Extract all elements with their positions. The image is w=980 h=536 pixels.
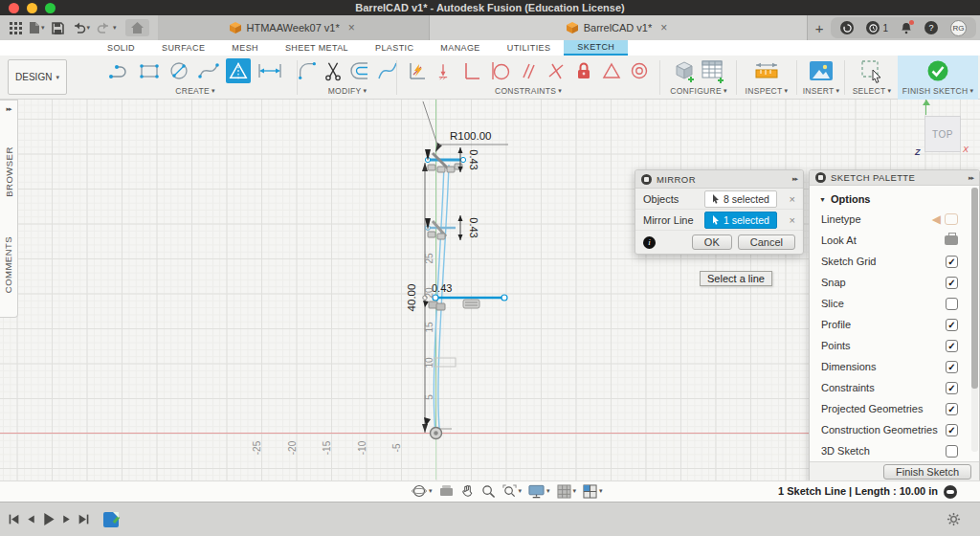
step-back-button[interactable] xyxy=(26,513,36,525)
tab-htmaaweek07[interactable]: HTMAAWeek07 v1* × xyxy=(158,15,430,40)
expand-panel-icon[interactable]: ▸▸ xyxy=(6,105,11,113)
profile-checkbox[interactable] xyxy=(946,319,958,331)
inspect-menu[interactable]: INSPECT ▾ xyxy=(746,86,789,96)
slice-checkbox[interactable] xyxy=(946,298,958,310)
zoom-icon[interactable] xyxy=(481,484,496,499)
finish-sketch-menu[interactable]: FINISH SKETCH ▾ xyxy=(902,86,973,96)
configure-menu[interactable]: CONFIGURE ▾ xyxy=(670,86,727,96)
sketch-grid-checkbox[interactable] xyxy=(946,256,958,268)
circle-tool-icon[interactable] xyxy=(167,59,191,82)
cancel-button[interactable]: Cancel xyxy=(738,234,795,250)
mirror-line-selection-button[interactable]: 1 selected xyxy=(704,212,777,229)
construction-geometries-checkbox[interactable] xyxy=(946,424,958,436)
tab-sheet-metal[interactable]: SHEET METAL xyxy=(272,40,362,56)
look-at-nav-icon[interactable] xyxy=(439,484,454,498)
linetype-centerline-icon[interactable] xyxy=(945,213,958,225)
finish-sketch-button[interactable]: Finish Sketch xyxy=(883,464,971,480)
dialog-pin-icon[interactable]: ▸▸ xyxy=(792,175,797,183)
undo-icon[interactable]: ▾ xyxy=(69,20,93,35)
home-icon[interactable] xyxy=(125,19,149,36)
linetype-construction-icon[interactable]: ◀ xyxy=(932,212,941,226)
tab-barrelcad[interactable]: BarrelCAD v1* × xyxy=(430,15,807,40)
configure-table-icon[interactable] xyxy=(701,58,725,83)
design-workspace-dropdown[interactable]: DESIGN ▾ xyxy=(8,59,67,95)
display-settings-icon[interactable]: ▾ xyxy=(528,484,550,499)
configure-cube-icon[interactable] xyxy=(673,58,696,83)
sketch-canvas[interactable]: 40.00 R100.00 0.43 0.43 xyxy=(0,100,980,502)
constraints-menu[interactable]: CONSTRAINTS ▾ xyxy=(495,86,562,96)
projected-geometries-checkbox[interactable] xyxy=(946,403,958,415)
group-finish-sketch[interactable]: FINISH SKETCH ▾ xyxy=(898,56,978,100)
viewports-icon[interactable]: ▾ xyxy=(583,484,603,499)
perpendicular-constraint-icon[interactable] xyxy=(457,59,482,82)
snap-checkbox[interactable] xyxy=(946,277,958,289)
viewcube[interactable]: TOP xyxy=(924,116,961,152)
save-icon[interactable] xyxy=(50,20,66,36)
info-icon[interactable]: i xyxy=(643,236,656,249)
timeline-settings-gear-icon[interactable] xyxy=(947,512,961,526)
tab-manage[interactable]: MANAGE xyxy=(427,40,493,56)
job-status[interactable]: 1 xyxy=(866,21,888,34)
close-tab-icon[interactable]: × xyxy=(345,21,358,34)
clear-objects-icon[interactable]: × xyxy=(790,193,795,205)
grid-settings-icon[interactable]: ▾ xyxy=(557,484,577,499)
measure-tool-icon[interactable] xyxy=(753,59,780,82)
trim-tool-icon[interactable] xyxy=(323,59,344,82)
modify-spline-icon[interactable] xyxy=(376,59,399,82)
midpoint-constraint-icon[interactable] xyxy=(434,59,453,82)
dimensions-checkbox[interactable] xyxy=(946,361,958,373)
palette-scrollbar[interactable] xyxy=(971,188,978,452)
fit-icon[interactable]: ▾ xyxy=(502,484,523,499)
comments-panel-tab[interactable]: COMMENTS xyxy=(4,236,14,293)
tangent-constraint-icon[interactable] xyxy=(487,59,512,82)
scrollbar-thumb[interactable] xyxy=(971,188,978,389)
tab-mesh[interactable]: MESH xyxy=(218,40,272,56)
look-at-icon[interactable] xyxy=(945,235,958,245)
select-menu[interactable]: SELECT ▾ xyxy=(853,86,892,96)
insert-image-icon[interactable] xyxy=(809,60,834,81)
close-tab-icon[interactable]: × xyxy=(657,21,670,34)
palette-pin-icon[interactable]: ▸▸ xyxy=(969,174,973,182)
file-menu-icon[interactable]: ▾ xyxy=(27,19,47,36)
spline-tool-icon[interactable] xyxy=(196,59,221,82)
sync-status-icon[interactable] xyxy=(944,485,957,499)
auto-dimension-icon[interactable] xyxy=(406,59,429,82)
rectangle-tool-icon[interactable] xyxy=(137,59,162,82)
new-tab-button[interactable]: + xyxy=(808,15,832,40)
options-section-header[interactable]: ▼ Options xyxy=(810,190,979,209)
insert-menu[interactable]: INSERT ▾ xyxy=(803,86,840,96)
3d-sketch-checkbox[interactable] xyxy=(946,445,958,458)
notifications-icon[interactable] xyxy=(901,22,912,34)
tab-sketch[interactable]: SKETCH xyxy=(564,40,628,56)
select-tool-icon[interactable] xyxy=(859,58,884,83)
play-button[interactable] xyxy=(42,512,56,526)
help-icon[interactable]: ? xyxy=(924,21,938,34)
create-menu[interactable]: CREATE ▾ xyxy=(175,86,214,96)
go-to-start-button[interactable] xyxy=(8,513,20,525)
objects-selection-button[interactable]: 8 selected xyxy=(704,190,777,208)
avatar[interactable]: RG xyxy=(950,20,967,36)
orbit-icon[interactable]: ▾ xyxy=(412,483,433,499)
polygon-constraint-icon[interactable] xyxy=(600,59,623,82)
browser-panel-tab[interactable]: BROWSER xyxy=(4,146,14,197)
pan-icon[interactable] xyxy=(460,484,475,499)
constraints-checkbox[interactable] xyxy=(946,382,958,394)
sketch-palette-header[interactable]: SKETCH PALETTE ▸▸ xyxy=(810,170,979,186)
points-checkbox[interactable] xyxy=(946,340,958,352)
app-grid-icon[interactable] xyxy=(8,20,24,36)
coincident-constraint-icon[interactable] xyxy=(545,59,568,82)
fix-lock-constraint-icon[interactable] xyxy=(572,59,595,82)
modify-menu[interactable]: MODIFY ▾ xyxy=(328,86,368,96)
parallel-constraint-icon[interactable] xyxy=(517,59,540,82)
finish-sketch-check-icon[interactable] xyxy=(926,59,949,82)
mirror-tool-icon[interactable] xyxy=(226,58,251,83)
tab-surface[interactable]: SURFACE xyxy=(148,40,218,56)
go-to-end-button[interactable] xyxy=(78,513,90,525)
mirror-dialog-header[interactable]: MIRROR ▸▸ xyxy=(635,170,803,189)
sketch-dimension-tool-icon[interactable] xyxy=(256,59,284,82)
ok-button[interactable]: OK xyxy=(692,234,732,250)
line-tool-icon[interactable] xyxy=(107,59,132,82)
tab-plastic[interactable]: PLASTIC xyxy=(362,40,427,56)
clear-mirror-line-icon[interactable]: × xyxy=(790,214,795,226)
extensions-icon[interactable] xyxy=(840,21,854,34)
